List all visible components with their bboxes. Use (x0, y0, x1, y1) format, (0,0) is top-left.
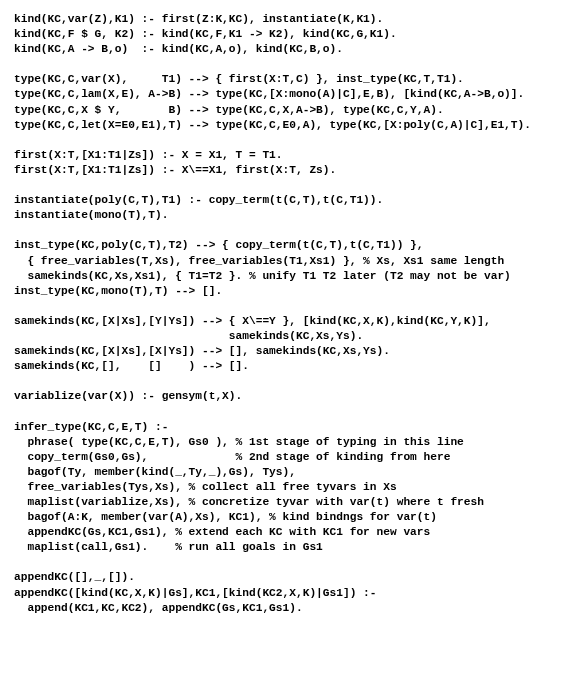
code-listing: kind(KC,var(Z),K1) :- first(Z:K,KC), ins… (0, 0, 568, 628)
